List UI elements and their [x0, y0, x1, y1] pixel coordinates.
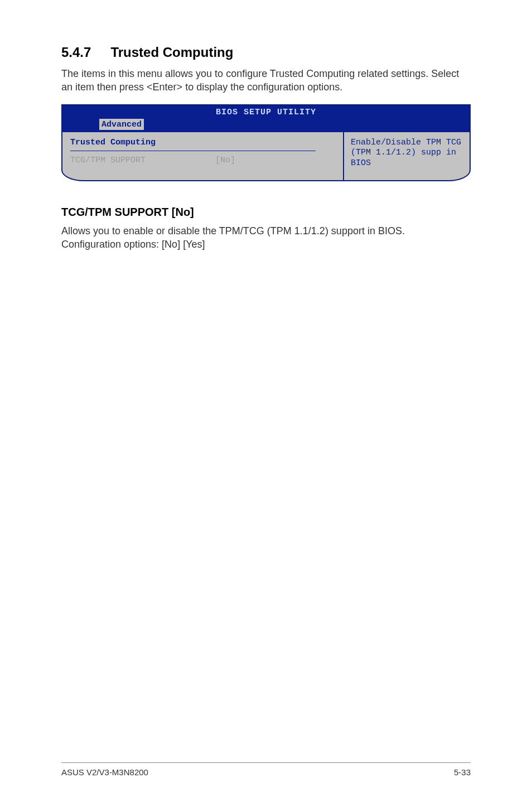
- bios-tab-advanced: Advanced: [99, 119, 144, 130]
- bios-header: BIOS SETUP UTILITY Advanced: [62, 105, 470, 132]
- section-description: The items in this menu allows you to con…: [61, 67, 471, 94]
- subsection-line1: Allows you to enable or disable the TPM/…: [61, 224, 471, 238]
- bios-screenshot: BIOS SETUP UTILITY Advanced Trusted Comp…: [61, 104, 471, 181]
- bios-utility-title: BIOS SETUP UTILITY: [216, 108, 316, 117]
- section-number: 5.4.7: [61, 45, 91, 60]
- bios-help-panel: Enable/Disable TPM TCG (TPM 1.1/1.2) sup…: [344, 132, 470, 180]
- bios-option-label: TCG/TPM SUPPORT: [70, 156, 215, 165]
- bios-option-value: [No]: [215, 156, 235, 165]
- footer-left: ASUS V2/V3-M3N8200: [61, 767, 148, 777]
- page-footer: ASUS V2/V3-M3N8200 5-33: [61, 762, 471, 777]
- section-heading: 5.4.7Trusted Computing: [61, 45, 471, 60]
- bios-body: Trusted Computing TCG/TPM SUPPORT [No] E…: [62, 132, 470, 180]
- section-title: Trusted Computing: [110, 45, 233, 60]
- subsection-line2: Configuration options: [No] [Yes]: [61, 238, 471, 251]
- subsection-heading: TCG/TPM SUPPORT [No]: [61, 206, 471, 219]
- bios-group-title: Trusted Computing: [70, 138, 335, 147]
- bios-divider-line: [70, 151, 316, 151]
- bios-option-row: TCG/TPM SUPPORT [No]: [70, 156, 335, 165]
- footer-right: 5-33: [454, 767, 471, 777]
- bios-left-panel: Trusted Computing TCG/TPM SUPPORT [No]: [62, 132, 343, 180]
